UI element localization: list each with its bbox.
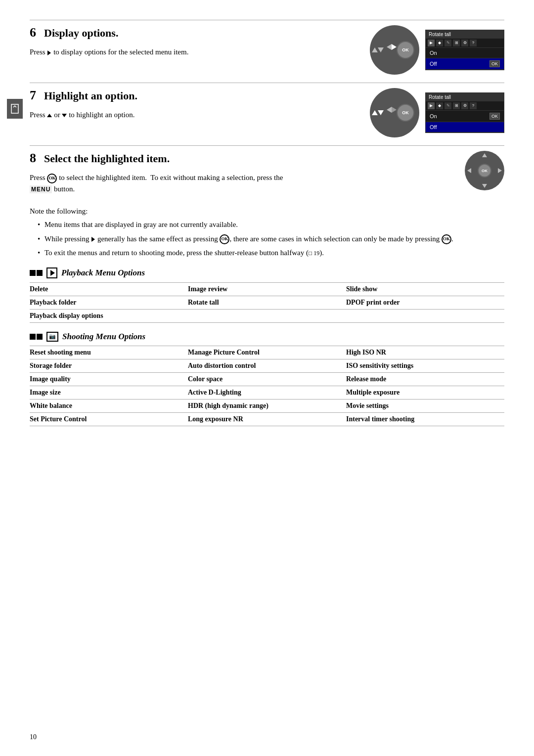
shoot-item-size: Image size xyxy=(30,386,188,399)
shoot-item-high-iso: High ISO NR xyxy=(346,346,504,359)
step-6-title: Display options. xyxy=(44,27,118,40)
playback-item-delete: Delete xyxy=(30,282,188,296)
step-6-dpad: OK xyxy=(370,25,419,75)
shoot-item-multi-exp: Multiple exposure xyxy=(346,386,504,399)
shoot-item-hdr: HDR (high dynamic range) xyxy=(188,399,346,412)
step-7-section: 7 Highlight an option. Press or to highl… xyxy=(30,83,504,137)
shoot-item-long-exp: Long exposure NR xyxy=(188,412,346,426)
step-8-body: Press OK to select the highlighted item.… xyxy=(30,172,287,194)
step-7-body: Press or to highlight an option. xyxy=(30,109,360,121)
playback-menu-heading: Playback Menu Options xyxy=(30,267,504,278)
playback-heading-play-icon xyxy=(46,267,57,278)
shooting-menu-title: Shooting Menu Options xyxy=(62,332,145,342)
playback-item-display: Playback display options xyxy=(30,309,188,322)
shoot-item-iso-sens: ISO sensitivity settings xyxy=(346,359,504,372)
notes-intro: Note the following: xyxy=(30,205,504,217)
shoot-item-reset: Reset shooting menu xyxy=(30,346,188,359)
playback-item-image-review: Image review xyxy=(188,282,346,296)
step-6-screen: Rotate tall ▶ ◆ ✎ ⊞ ⚙ ? On Off OK xyxy=(425,30,504,70)
note-3: To exit the menus and return to shooting… xyxy=(38,247,504,259)
step-8-dpad: OK xyxy=(465,151,504,190)
shoot-item-interval: Interval timer shooting xyxy=(346,412,504,426)
shoot-item-wb: White balance xyxy=(30,399,188,412)
step-8-section: 8 Select the highlighted item. Press OK … xyxy=(30,145,504,194)
shoot-item-manage-pic: Manage Picture Control xyxy=(188,346,346,359)
step-7-screen: Rotate tall ▶ ◆ ✎ ⊞ ⚙ ? On OK Off xyxy=(425,92,504,133)
shoot-item-auto-dist: Auto distortion control xyxy=(188,359,346,372)
shooting-menu-section: 📷 Shooting Menu Options Reset shooting m… xyxy=(30,332,504,426)
step-7-title: Highlight an option. xyxy=(44,89,137,102)
step-6-body: Press to display options for the selecte… xyxy=(30,46,360,58)
shoot-item-quality: Image quality xyxy=(30,372,188,386)
shoot-item-release: Release mode xyxy=(346,372,504,386)
playback-menu-title: Playback Menu Options xyxy=(61,268,145,278)
step-7-dpad: OK xyxy=(370,88,419,137)
page-number: 10 xyxy=(30,733,37,741)
shooting-menu-table: Reset shooting menu Manage Picture Contr… xyxy=(30,346,504,426)
shooting-menu-heading: 📷 Shooting Menu Options xyxy=(30,332,504,342)
shooting-heading-squares xyxy=(30,334,43,340)
notes-list: Menu items that are displayed in gray ar… xyxy=(30,219,504,259)
notes-section: Note the following: Menu items that are … xyxy=(30,205,504,259)
playback-item-dpof: DPOF print order xyxy=(346,296,504,309)
step-7-illustration: OK Rotate tall ▶ ◆ ✎ ⊞ ⚙ ? On OK Off xyxy=(370,88,504,137)
playback-heading-squares xyxy=(30,270,43,276)
shoot-item-set-pic: Set Picture Control xyxy=(30,412,188,426)
shooting-camera-icon: 📷 xyxy=(46,332,58,342)
shoot-item-storage: Storage folder xyxy=(30,359,188,372)
step-6-content: 6 Display options. Press to display opti… xyxy=(30,25,370,58)
step-8-content: 8 Select the highlighted item. Press OK … xyxy=(30,151,465,194)
note-2: While pressing generally has the same ef… xyxy=(38,233,504,245)
playback-menu-section: Playback Menu Options Delete Image revie… xyxy=(30,267,504,323)
playback-item-folder: Playback folder xyxy=(30,296,188,309)
step-7-number: 7 xyxy=(30,88,36,102)
shoot-item-color-space: Color space xyxy=(188,372,346,386)
step-8-number: 8 xyxy=(30,151,36,165)
note-1: Menu items that are displayed in gray ar… xyxy=(38,219,504,230)
step-8-title: Select the highlighted item. xyxy=(44,152,170,165)
playback-item-rotate: Rotate tall xyxy=(188,296,346,309)
playback-item-slide-show: Slide show xyxy=(346,282,504,296)
step-6-number: 6 xyxy=(30,25,36,39)
sidebar-bookmark xyxy=(7,99,23,119)
shoot-item-active-d: Active D-Lighting xyxy=(188,386,346,399)
shoot-item-movie: Movie settings xyxy=(346,399,504,412)
playback-menu-table: Delete Image review Slide show Playback … xyxy=(30,282,504,323)
step-7-content: 7 Highlight an option. Press or to highl… xyxy=(30,88,370,121)
step-6-section: 6 Display options. Press to display opti… xyxy=(30,20,504,75)
step-6-illustration: OK Rotate tall ▶ ◆ ✎ ⊞ ⚙ ? On Off OK xyxy=(370,25,504,75)
